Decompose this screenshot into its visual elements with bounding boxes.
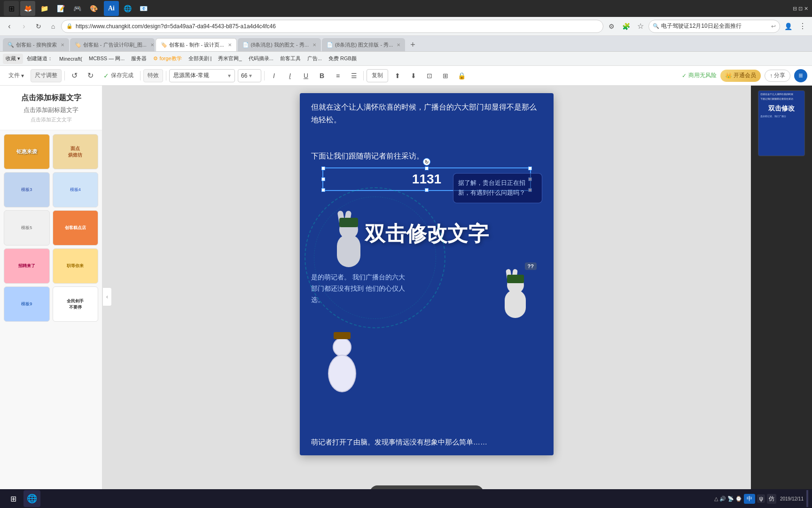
bookmark-9[interactable]: 前客工具 bbox=[277, 54, 304, 64]
bookmark-3[interactable]: MCBSS — 网... bbox=[86, 54, 127, 64]
tab-2[interactable]: 🏷️ 创客贴 - 广告设计印刷_图... ✕ bbox=[70, 38, 155, 51]
bookmark-8[interactable]: 代码摘录... bbox=[246, 54, 276, 64]
preview-thumbnail[interactable]: 但就在这个让人满怀欣喜的时候 下面让我们跟随萌记者前往采访 双击修改 是的萌记者… bbox=[758, 90, 805, 156]
tab-3-active[interactable]: 🏷️ 创客贴 - 制作 - 设计页... ✕ bbox=[156, 38, 237, 51]
template-item-6[interactable]: 创客糕点店 bbox=[53, 210, 99, 246]
taskbar-icon-1[interactable]: ⊞ bbox=[4, 1, 19, 16]
file-menu-btn[interactable]: 文件 ▾ bbox=[5, 69, 28, 82]
template-item-10[interactable]: 全民剑手不要停 bbox=[53, 286, 99, 322]
add-body-text[interactable]: 点击添加正文文字 bbox=[6, 115, 96, 124]
template-item-3[interactable]: 模板3 bbox=[4, 172, 50, 207]
lock-icon[interactable]: 🔒 bbox=[455, 69, 468, 82]
bookmark-6[interactable]: 全部美剧 | bbox=[186, 54, 215, 64]
bookmark-5[interactable]: ⚙ forge教学 bbox=[150, 54, 184, 64]
search-bar[interactable]: 🔍 电子驾驶证12月10日起全面推行 ↩ bbox=[648, 20, 780, 33]
vip-btn[interactable]: 👑 开通会员 bbox=[720, 70, 761, 82]
character-snowman bbox=[314, 333, 370, 408]
copy-btn[interactable]: 复制 bbox=[367, 69, 388, 82]
back-btn[interactable]: ‹ bbox=[3, 20, 16, 33]
taskbar-app-2[interactable]: 🌐 bbox=[120, 1, 135, 16]
collapse-icon[interactable]: ⊡ bbox=[423, 69, 436, 82]
bookmark-1[interactable]: 创建隧道： bbox=[24, 54, 55, 64]
bookmark-11[interactable]: 免费 RGB颜 bbox=[326, 54, 359, 64]
size-btn-label: 尺寸调整 bbox=[35, 71, 57, 79]
menu-icon-right[interactable]: ≡ bbox=[794, 69, 807, 82]
taskbar-icon-5[interactable]: 🎮 bbox=[70, 1, 85, 16]
bold-btn[interactable]: B bbox=[315, 69, 328, 82]
browser-window: ⊞ 🦊 📁 📝 🎮 🎨 Ai 🌐 bbox=[0, 0, 812, 508]
ime-indicator[interactable]: 中 bbox=[744, 494, 755, 504]
effects-btn[interactable]: 特效 bbox=[143, 69, 163, 82]
ime-control-1[interactable]: ψ bbox=[757, 494, 765, 503]
account-icon[interactable]: 👤 bbox=[781, 20, 795, 33]
underline-btn[interactable]: U bbox=[299, 69, 312, 82]
check-circle-icon: ✓ bbox=[682, 72, 687, 79]
bookmark-toggle[interactable]: 收藏 ▾ bbox=[3, 54, 23, 64]
taskbar-icon-6[interactable]: 🎨 bbox=[86, 1, 101, 16]
italic-btn[interactable]: I bbox=[267, 69, 281, 82]
tab-4-close[interactable]: ✕ bbox=[312, 42, 316, 48]
share-btn[interactable]: ↑ 分享 bbox=[765, 70, 790, 82]
add-subtitle-text[interactable]: 点击添加副标题文字 bbox=[6, 105, 96, 115]
refresh-btn[interactable]: ↻ bbox=[32, 20, 45, 33]
sidebar-toggle-btn[interactable]: ‹ bbox=[102, 287, 112, 306]
taskbar-app-icon[interactable]: Ai bbox=[104, 1, 119, 16]
layer-down-icon[interactable]: ⬇ bbox=[407, 69, 420, 82]
tab-3-close[interactable]: ✕ bbox=[228, 42, 232, 48]
template-item-9[interactable]: 模板9 bbox=[4, 286, 50, 322]
share-icon: ↑ bbox=[770, 72, 773, 79]
align-justify-btn[interactable]: ☰ bbox=[347, 69, 360, 82]
template-item-8[interactable]: 职等你来 bbox=[53, 248, 99, 284]
redo-btn[interactable]: ↻ bbox=[84, 69, 97, 82]
share-label: 分享 bbox=[774, 71, 785, 79]
taskbar-icon-4[interactable]: 📝 bbox=[53, 1, 68, 16]
bookmark-10[interactable]: 广告... bbox=[304, 54, 325, 64]
address-bar[interactable]: 🔒 https://www.chuangkit.com/design?d=5da… bbox=[61, 20, 603, 33]
template-item-4[interactable]: 模板4 bbox=[53, 172, 99, 207]
size-btn[interactable]: 尺寸调整 bbox=[31, 69, 62, 82]
template-item-1[interactable]: 钜惠来袭 bbox=[4, 134, 50, 169]
font-selector[interactable]: 思源黑体-常规 ▾ bbox=[169, 69, 235, 82]
tab-2-close[interactable]: ✕ bbox=[150, 42, 154, 48]
textbox-number[interactable]: 1131 bbox=[412, 172, 441, 187]
add-title-text[interactable]: 点击添加标题文字 bbox=[6, 91, 96, 105]
taskbar-icon-3[interactable]: 📁 bbox=[37, 1, 52, 16]
tab-1[interactable]: 🔍 创客贴 - 搜狗搜索 ✕ bbox=[3, 38, 69, 51]
extensions-icon[interactable]: 🧩 bbox=[619, 20, 632, 33]
taskbar-icon-2[interactable]: 🦊 bbox=[20, 1, 35, 16]
search-submit-icon[interactable]: ↩ bbox=[771, 23, 776, 30]
browser-menu-icon[interactable]: ⚙ bbox=[605, 20, 618, 33]
undo-btn[interactable]: ↺ bbox=[68, 69, 81, 82]
bookmark-2[interactable]: Minecraft( bbox=[56, 54, 85, 64]
forward-btn[interactable]: › bbox=[17, 20, 31, 33]
template-item-5[interactable]: 模板5 bbox=[4, 210, 50, 246]
windows-taskbar: ⊞ 🌐 △ 🔊 📡 ⌚ 中 ψ 仿 2019/12/11 bbox=[0, 489, 812, 508]
rotate-handle[interactable]: ↻ bbox=[423, 158, 430, 166]
taskbar-app-3[interactable]: 📧 bbox=[136, 1, 151, 16]
taskbar-chrome[interactable]: 🌐 bbox=[23, 490, 40, 507]
show-desktop-btn[interactable] bbox=[806, 490, 808, 507]
ime-control-2[interactable]: 仿 bbox=[767, 494, 776, 504]
copy-label: 复制 bbox=[372, 71, 383, 79]
font-size-selector[interactable]: 66 ▾ bbox=[238, 69, 261, 82]
bookmark-7[interactable]: 秀米官网_ bbox=[215, 54, 244, 64]
font-size-dropdown-icon: ▾ bbox=[249, 72, 252, 79]
canvas-dialogue-1: 是的萌记者。 我们广播台的六大 部门都还没有找到 他们的心仪人选。 bbox=[311, 272, 405, 305]
expand-icon[interactable]: ⊞ bbox=[439, 69, 452, 82]
bookmark-4[interactable]: 服务器 bbox=[128, 54, 149, 64]
new-tab-btn[interactable]: + bbox=[406, 38, 419, 51]
start-btn[interactable]: ⊞ bbox=[4, 490, 23, 507]
layer-up-icon[interactable]: ⬆ bbox=[391, 69, 404, 82]
align-center-btn[interactable]: ≡ bbox=[331, 69, 344, 82]
bookmark-star[interactable]: ☆ bbox=[634, 20, 647, 33]
italic-underline-btn[interactable]: I bbox=[283, 69, 297, 82]
template-item-2[interactable]: 面点烘焙坊 bbox=[53, 134, 99, 169]
template-item-7[interactable]: 招聘来了 bbox=[4, 248, 50, 284]
browser-more-icon[interactable]: ⋮ bbox=[796, 20, 809, 33]
tab-5-close[interactable]: ✕ bbox=[397, 42, 400, 48]
tab-5[interactable]: 📄 (8条消息) 图文排版 - 秀... ✕ bbox=[322, 38, 405, 51]
home-btn[interactable]: ⌂ bbox=[47, 20, 60, 33]
tab-1-close[interactable]: ✕ bbox=[61, 42, 64, 48]
template-row-4: 招聘来了 职等你来 bbox=[4, 248, 98, 284]
tab-4[interactable]: 📄 (8条消息) 我的图文 - 秀... ✕ bbox=[238, 38, 321, 51]
